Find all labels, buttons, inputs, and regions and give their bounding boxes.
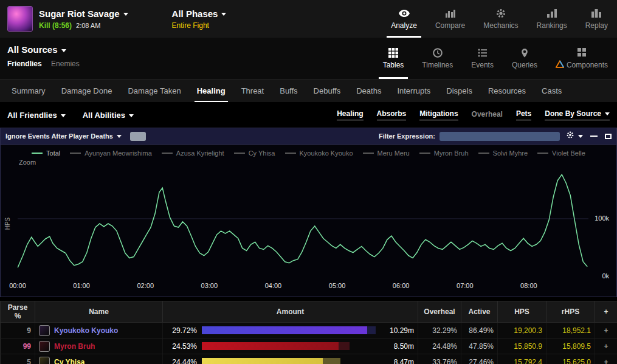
fight-result: Kill (8:56) [39,21,72,30]
boss-avatar[interactable] [7,6,33,32]
amount-bar-overheal [339,342,349,350]
nav-replay[interactable]: Replay [576,0,617,38]
amount-bar-overheal [367,326,376,334]
chart-settings-button[interactable] [566,131,583,142]
toggle-absorbs[interactable]: Absorbs [377,109,407,120]
caret-down-icon [61,114,66,117]
amount-bar [202,326,377,334]
tab-dispels[interactable]: Dispels [438,80,480,102]
tab-healing[interactable]: Healing [189,80,233,102]
rankings-icon [546,8,557,19]
mechanics-icon [495,8,506,19]
phases-dropdown[interactable]: All Phases [172,9,227,19]
tab-buffs[interactable]: Buffs [272,80,305,102]
legend-item[interactable]: Violet Belle [537,149,585,157]
expand-row-button[interactable]: + [595,338,617,354]
nav-components[interactable]: Components [546,38,617,79]
chart-plot-area[interactable] [18,170,588,280]
nav-analyze[interactable]: Analyze [382,0,426,38]
column-header-active[interactable]: Active [461,301,498,323]
nav-rankings[interactable]: Rankings [528,0,576,38]
hps-chart[interactable]: HPS 100k0k [1,167,616,280]
all-sources-dropdown[interactable]: All Sources [7,44,80,55]
legend-swatch [32,153,43,154]
nav-compare[interactable]: Compare [426,0,474,38]
legend-item[interactable]: Solvi Myhre [478,149,528,157]
nav-timelines[interactable]: Timelines [413,38,462,79]
active-value: 27.46% [461,354,498,364]
maximize-button[interactable] [605,134,612,139]
tab-deaths[interactable]: Deaths [348,80,389,102]
parse-value[interactable]: 99 [1,338,35,354]
column-header-amount[interactable]: Amount [163,301,418,323]
toggle-mitigations[interactable]: Mitigations [419,109,458,120]
toggle-overheal[interactable]: Overheal [472,110,503,120]
toggle-pets[interactable]: Pets [516,109,531,120]
amount-cell: 24.44%8.47m [163,354,418,364]
all-abilities-dropdown[interactable]: All Abilities [83,111,134,120]
tab-damage-done[interactable]: Damage Done [53,80,120,102]
table-row: 9Kyoukoko Kyouko29.72%10.29m32.29%86.49%… [1,323,617,338]
filter-expression-input[interactable] [439,132,560,141]
legend-item[interactable]: Kyoukoko Kyouko [285,149,353,157]
minimize-button[interactable] [590,136,598,137]
ignore-deaths-checkbox[interactable] [130,132,146,141]
tab-casts[interactable]: Casts [534,80,570,102]
name-cell: Cy Yhisa [35,354,163,364]
amount-bar-fill [202,358,323,364]
nav-events[interactable]: Events [462,38,503,79]
legend-item[interactable]: Total [32,149,60,157]
abilities-dropdown-label: All Abilities [83,111,125,120]
tab-resources[interactable]: Resources [480,80,534,102]
player-name-link[interactable]: Cy Yhisa [54,358,84,364]
x-tick-label: 07:00 [457,282,474,289]
nav-mechanics[interactable]: Mechanics [474,0,527,38]
nav-label: Tables [383,61,404,69]
all-friendlies-dropdown[interactable]: All Friendlies [7,111,66,120]
tab-summary[interactable]: Summary [4,80,53,102]
column-header-+[interactable]: + [595,301,617,323]
legend-item[interactable]: Myron Bruh [419,149,469,157]
legend-item[interactable]: Azusa Kyrielight [162,149,224,157]
expand-row-button[interactable]: + [595,354,617,364]
toggle-done-by-source[interactable]: Done By Source [545,109,610,120]
hps-value: 15,850.9 [498,338,546,354]
column-header-hps[interactable]: HPS [498,301,546,323]
column-header-parse-%[interactable]: Parse % [1,301,35,323]
amount-percent: 24.53% [167,342,197,351]
tab-debuffs[interactable]: Debuffs [306,80,349,102]
fight-title-dropdown[interactable]: Sugar Riot Savage [39,9,128,19]
column-header-rhps[interactable]: rHPS [546,301,595,323]
toggle-healing[interactable]: Healing [337,109,363,120]
player-name-link[interactable]: Kyoukoko Kyouko [54,326,118,335]
friendlies-toggle[interactable]: Friendlies [7,60,42,68]
tab-interrupts[interactable]: Interrupts [389,80,438,102]
player-name-link[interactable]: Myron Bruh [54,342,95,351]
legend-item[interactable]: Meru Meru [363,149,410,157]
column-header-overheal[interactable]: Overheal [418,301,461,323]
nav-tables[interactable]: Tables [374,38,413,79]
hps-chart-svg [18,170,588,280]
column-header-name[interactable]: Name [35,301,163,323]
view-toggles: HealingAbsorbsMitigationsOverhealPetsDon… [337,109,610,120]
ignore-deaths-dropdown[interactable]: Ignore Events After Player Deaths [5,132,122,140]
enemies-toggle[interactable]: Enemies [51,60,80,68]
parse-value[interactable]: 5 [1,354,35,364]
tab-bar: SummaryDamage DoneDamage TakenHealingThr… [0,79,617,102]
caret-down-icon [123,13,128,16]
tab-threat[interactable]: Threat [233,80,272,102]
legend-item[interactable]: Ayunyan Meowrishima [70,149,151,157]
fight-info: Sugar Riot Savage Kill (8:56)2:08 AM [0,0,136,38]
amount-percent: 24.44% [167,358,197,364]
phases-label: All Phases [172,9,218,19]
amount-bar [202,358,377,364]
nav-label: Components [567,61,608,69]
caret-down-icon [61,49,66,52]
parse-value[interactable]: 9 [1,323,35,338]
nav-queries[interactable]: Queries [503,38,546,79]
top-navigation: Analyze Compare Mechanics Rankings Repla… [382,0,617,38]
legend-item[interactable]: Cy Yhisa [234,149,275,157]
expand-row-button[interactable]: + [595,323,617,338]
tab-damage-taken[interactable]: Damage Taken [120,80,188,102]
caret-down-icon [605,112,610,115]
